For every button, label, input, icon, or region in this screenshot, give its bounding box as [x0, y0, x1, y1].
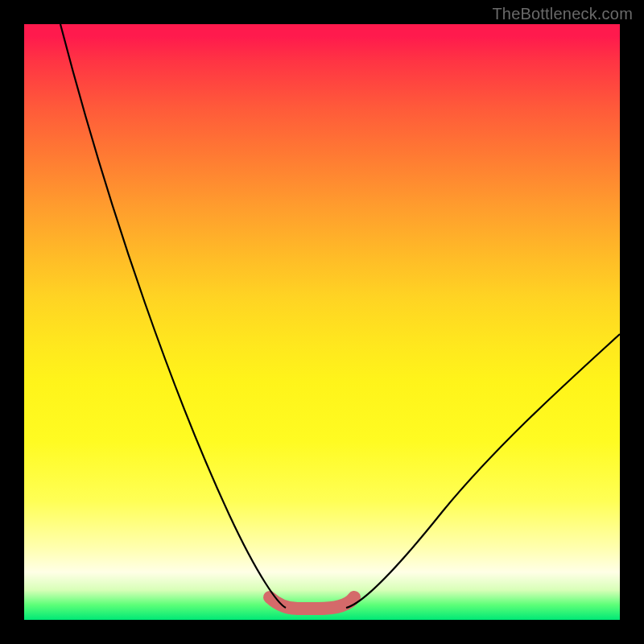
- chart-area: [24, 24, 620, 620]
- curve-svg: [24, 24, 620, 620]
- left-curve: [60, 24, 286, 608]
- watermark-text: TheBottleneck.com: [492, 5, 633, 23]
- right-curve: [346, 334, 620, 608]
- trough-highlight: [270, 597, 354, 609]
